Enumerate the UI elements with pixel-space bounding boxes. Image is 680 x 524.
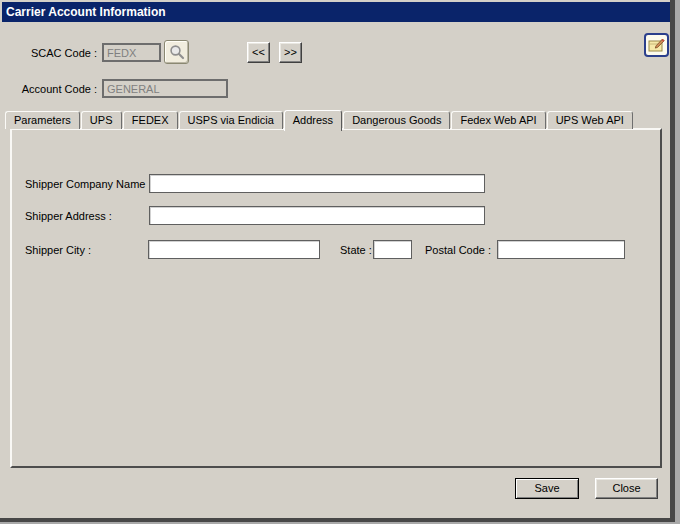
scac-code-label: SCAC Code : xyxy=(20,47,97,59)
title-bar: Carrier Account Information xyxy=(2,2,670,22)
next-record-button[interactable]: >> xyxy=(279,42,302,63)
shipper-address-label: Shipper Address : xyxy=(25,210,112,222)
window-title: Carrier Account Information xyxy=(6,5,166,19)
carrier-account-dialog: Carrier Account Information SCAC Code : … xyxy=(0,0,675,522)
edit-note-icon xyxy=(648,38,665,53)
tab-address[interactable]: Address xyxy=(284,110,342,131)
tab-ups-web-api[interactable]: UPS Web API xyxy=(547,111,633,129)
shipper-address-field[interactable] xyxy=(149,206,485,225)
scac-search-button[interactable] xyxy=(164,40,189,64)
edit-button[interactable] xyxy=(644,33,669,57)
scac-code-field xyxy=(102,43,161,62)
account-code-field xyxy=(102,79,228,98)
tab-dangerous-goods[interactable]: Dangerous Goods xyxy=(343,111,450,129)
close-button[interactable]: Close xyxy=(595,478,658,499)
shipper-city-label: Shipper City : xyxy=(25,244,91,256)
tab-fedex-web-api[interactable]: Fedex Web API xyxy=(451,111,545,129)
prev-record-button[interactable]: << xyxy=(247,42,270,63)
tab-ups[interactable]: UPS xyxy=(81,111,122,129)
tab-strip: Parameters UPS FEDEX USPS via Endicia Ad… xyxy=(5,108,634,129)
tab-usps-via-endicia[interactable]: USPS via Endicia xyxy=(179,111,283,129)
tab-fedex[interactable]: FEDEX xyxy=(123,111,178,129)
state-label: State : xyxy=(340,244,372,256)
account-code-label: Account Code : xyxy=(10,83,97,95)
save-button[interactable]: Save xyxy=(515,478,579,499)
shipper-city-field[interactable] xyxy=(148,240,320,259)
screen: Carrier Account Information SCAC Code : … xyxy=(0,0,680,524)
shipper-company-name-label: Shipper Company Name : xyxy=(25,178,152,190)
postal-code-label: Postal Code : xyxy=(425,244,491,256)
magnifier-icon xyxy=(169,44,185,60)
postal-code-field[interactable] xyxy=(497,240,625,259)
shipper-company-name-field[interactable] xyxy=(149,174,485,193)
tab-parameters[interactable]: Parameters xyxy=(5,111,80,129)
state-field[interactable] xyxy=(373,240,412,259)
